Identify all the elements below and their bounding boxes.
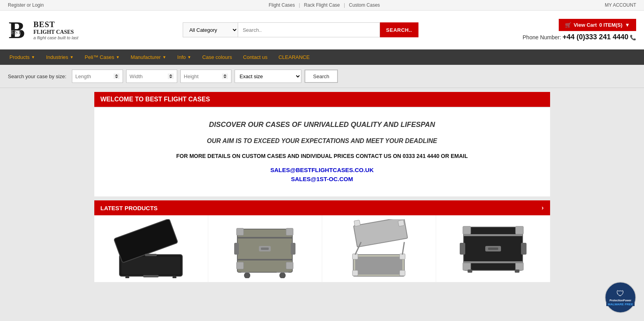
products-grid (94, 215, 550, 282)
search-area: All Category SEARCH.. (183, 22, 418, 37)
svg-line-34 (402, 242, 404, 255)
logo-tagline: a flight case built to last (33, 35, 78, 40)
nav-label-manufacturer: Manufacturer (131, 54, 161, 60)
contact-text: FOR MORE DETAILS ON CUSTOM CASES AND IND… (102, 152, 542, 160)
nav-item-case-colours[interactable]: Case colours (197, 50, 238, 65)
welcome-banner: WELCOME TO BEST FLIGHT CASES (94, 92, 550, 107)
product-image-3 (326, 219, 432, 278)
email2-link[interactable]: SALES@1ST-OC.COM (102, 176, 542, 182)
svg-rect-40 (464, 234, 523, 236)
svg-rect-29 (352, 254, 358, 259)
svg-rect-25 (354, 220, 360, 226)
nav-label-case-colours: Case colours (202, 54, 232, 60)
flight-case-wheeled-svg (226, 219, 304, 278)
svg-rect-41 (464, 261, 523, 263)
phone-label: Phone Number: (523, 34, 561, 40)
search-button[interactable]: SEARCH.. (380, 22, 418, 37)
svg-rect-37 (516, 226, 523, 234)
welcome-title: WELCOME TO BEST FLIGHT CASES (101, 96, 210, 103)
manufacturer-dropdown-icon: ▼ (162, 55, 166, 59)
nav-item-manufacturer[interactable]: Manufacturer ▼ (125, 50, 172, 65)
phone-area: Phone Number: +44 (0)333 241 4440 📞 (523, 33, 636, 41)
rack-flight-link[interactable]: Rack Flight Case (304, 2, 340, 8)
svg-point-21 (279, 272, 286, 278)
dark-flight-case-svg (454, 219, 532, 278)
svg-rect-38 (463, 262, 471, 270)
nav-item-clearance[interactable]: CLEARANCE (273, 50, 315, 65)
aim-text: OUR AIM IS TO EXCEED YOUR EXPECTATIONS A… (102, 136, 542, 146)
length-input[interactable] (72, 70, 123, 83)
nav-item-contact[interactable]: Contact us (238, 50, 273, 65)
svg-rect-11 (286, 228, 293, 235)
svg-rect-14 (237, 237, 292, 238)
svg-point-20 (244, 272, 250, 278)
my-account-link[interactable]: MY ACCOUNT (605, 2, 636, 8)
product-image-1 (98, 219, 204, 278)
navbar: Products ▼ Industries ▼ Peli™ Cases ▼ Ma… (0, 50, 644, 65)
info-dropdown-icon: ▼ (187, 55, 191, 59)
svg-rect-26 (398, 220, 404, 226)
category-select[interactable]: All Category (183, 22, 238, 37)
main-content: WELCOME TO BEST FLIGHT CASES DISCOVER OU… (94, 88, 550, 286)
flight-cases-link[interactable]: Flight Cases (269, 2, 295, 8)
logo-brand-name: BEST (33, 20, 78, 29)
logo-b-letter: B EST (8, 15, 31, 45)
svg-rect-13 (286, 262, 293, 269)
svg-rect-10 (237, 228, 244, 235)
register-login-link[interactable]: Register or Login (8, 2, 44, 8)
latest-products-title: LATEST PRODUCTS (101, 205, 158, 211)
custom-cases-link[interactable]: Custom Cases (349, 2, 380, 8)
nav-label-contact: Contact us (243, 54, 268, 60)
size-search-button[interactable]: Search (305, 70, 338, 83)
nav-item-info[interactable]: Info ▼ (172, 50, 197, 65)
header-right: 🛒 View Cart 0 ITEM(S) ▼ Phone Number: +4… (523, 19, 636, 41)
svg-rect-47 (515, 270, 519, 273)
svg-rect-39 (516, 262, 523, 270)
email1-link[interactable]: SALES@BESTFLIGHTCASES.CO.UK (102, 167, 542, 173)
product-card-2[interactable] (208, 215, 322, 282)
phone-icon: 📞 (630, 35, 636, 40)
svg-rect-19 (291, 243, 295, 255)
size-search-label: Search your case by size: (8, 73, 66, 79)
logo[interactable]: B EST BEST FLIGHT CASES a flight case bu… (8, 15, 78, 45)
height-input[interactable] (180, 70, 231, 83)
svg-rect-30 (400, 254, 405, 259)
search-input[interactable] (238, 22, 380, 37)
latest-products-banner: LATEST PRODUCTS › (94, 200, 550, 215)
phone-number: +44 (0)333 241 4440 (563, 33, 629, 41)
product-image-4 (440, 219, 546, 278)
svg-rect-17 (261, 248, 269, 250)
svg-rect-15 (237, 259, 292, 260)
flight-case-open-svg (339, 219, 418, 278)
width-input[interactable] (126, 70, 177, 83)
nav-label-peli: Peli™ Cases (85, 54, 114, 60)
discover-text: DISCOVER OUR CASES OF UNRIVALLED QUALITY… (102, 119, 542, 130)
svg-rect-36 (463, 226, 471, 234)
nav-item-peli[interactable]: Peli™ Cases ▼ (79, 50, 125, 65)
latest-products-arrow: › (541, 204, 543, 211)
exact-size-select[interactable]: Exact sizeApproximate size (235, 70, 301, 83)
nav-label-industries: Industries (46, 54, 68, 60)
products-dropdown-icon: ▼ (31, 55, 35, 59)
svg-rect-28 (355, 257, 402, 275)
industries-dropdown-icon: ▼ (70, 55, 74, 59)
nav-label-info: Info (177, 54, 186, 60)
cart-label: View Cart (574, 22, 597, 28)
peli-case-svg (112, 219, 190, 278)
nav-label-products: Products (9, 54, 29, 60)
svg-rect-44 (460, 243, 465, 255)
product-card-3[interactable] (322, 215, 436, 282)
sep1: | (299, 2, 300, 8)
nav-item-industries[interactable]: Industries ▼ (40, 50, 79, 65)
protection-badge-area: 🛡 ProtectionPower MALWARE FREE (605, 282, 636, 286)
logo-text: BEST FLIGHT CASES a flight case built to… (33, 20, 78, 40)
svg-rect-46 (468, 270, 472, 273)
svg-text:EST: EST (11, 29, 22, 35)
product-card-1[interactable] (94, 215, 208, 282)
svg-rect-5 (145, 254, 157, 256)
product-card-4[interactable] (436, 215, 550, 282)
svg-rect-43 (488, 248, 498, 250)
product-image-2 (212, 219, 318, 278)
cart-button[interactable]: 🛒 View Cart 0 ITEM(S) ▼ (559, 19, 636, 31)
nav-item-products[interactable]: Products ▼ (4, 50, 40, 65)
